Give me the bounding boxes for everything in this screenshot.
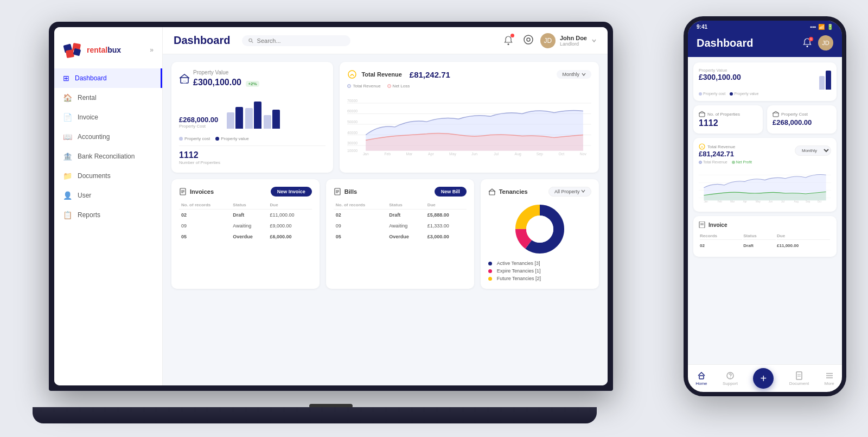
phone-nav-home[interactable]: Home [695, 371, 707, 386]
svg-text:Oct: Oct [818, 200, 822, 203]
property-value: £300,100.00 +2% [193, 78, 259, 87]
sidebar-item-rental[interactable]: 🏠 Rental [54, 88, 162, 107]
invoice-records-2: 09 [179, 220, 231, 231]
sidebar-item-label: Invoice [78, 113, 98, 121]
property-value-card: Property Value £300,100.00 +2% £268,000 [171, 62, 333, 173]
invoices-label: Invoices [190, 188, 214, 195]
svg-rect-50 [773, 113, 778, 117]
svg-point-71 [730, 377, 731, 378]
sidebar-item-invoice[interactable]: 📄 Invoice [54, 107, 162, 127]
search-input[interactable] [257, 37, 344, 44]
phone-more-icon [825, 371, 834, 380]
topbar-actions: JD John Doe Landlord [500, 33, 597, 49]
revenue-header: Total Revenue £81,242.71 Monthly [347, 69, 591, 79]
phone-nav-more-label: More [825, 381, 834, 386]
sidebar-item-reports[interactable]: 📋 Reports [54, 205, 162, 225]
donut-legends: Active Tenancies [3] Expire Tenancies [1… [488, 261, 591, 281]
sidebar-item-label: Accounting [78, 133, 110, 141]
bills-card: Bills New Bill No. of records Status Due [326, 179, 474, 289]
svg-text:May: May [756, 200, 761, 203]
bill-records-2: 09 [334, 220, 387, 231]
svg-text:40000: 40000 [347, 131, 358, 135]
phone-fab-button[interactable]: + [753, 368, 774, 389]
svg-text:60000: 60000 [347, 109, 358, 113]
all-property-filter[interactable]: All Property [548, 187, 591, 197]
invoice-col-due: Due [268, 201, 312, 210]
svg-text:Jul: Jul [494, 152, 499, 156]
future-tenancies-legend: Future Tenancies [2] [488, 276, 591, 281]
collapse-btn[interactable]: » [150, 46, 154, 54]
bills-title: Bills [334, 188, 357, 195]
phone-nav-document[interactable]: Document [789, 371, 809, 386]
sidebar-item-bank[interactable]: 🏦 Bank Reconciliation [54, 147, 162, 166]
svg-rect-69 [699, 376, 704, 379]
future-label: Future Tenancies [2] [497, 276, 541, 281]
settings-button[interactable] [523, 34, 534, 47]
phone-prop-cost-value: £268,000.00 [773, 118, 831, 126]
svg-text:Mar: Mar [406, 152, 413, 156]
tenancies-title: Tenancies [488, 188, 528, 195]
svg-point-4 [249, 39, 252, 41]
logo-text: rentalbux [87, 46, 121, 54]
new-bill-button[interactable]: New Bill [435, 187, 467, 197]
phone-revenue-card: Total Revenue £81,242.71 Monthly Total R… [693, 138, 837, 212]
table-row: 05 Overdue £6,000.00 [179, 231, 312, 242]
phone-bar-2 [826, 71, 831, 90]
invoices-title: Invoices [179, 188, 214, 195]
tenancies-icon [488, 188, 496, 195]
invoice-records-3: 05 [179, 231, 231, 242]
phone-notification-button[interactable]: 6 [801, 36, 814, 49]
phone-scroll-content[interactable]: Property Value £300,100.00 Property cost… [688, 57, 842, 364]
phone-invoice-icon [699, 221, 705, 228]
phone-invoice-col-records: Records [700, 232, 742, 240]
bottom-cards-row: Invoices New Invoice No. of records Stat… [171, 179, 599, 289]
svg-text:Aug: Aug [794, 200, 799, 203]
invoice-due-3: £6,000.00 [268, 231, 312, 242]
sidebar-item-documents[interactable]: 📁 Documents [54, 166, 162, 186]
phone-property-value: £300,100.00 [699, 73, 741, 81]
bill-due-1: £5,888.00 [425, 210, 467, 221]
bills-icon [334, 188, 341, 195]
svg-line-5 [252, 41, 253, 42]
svg-rect-72 [796, 372, 802, 379]
bill-records-3: 05 [334, 231, 387, 242]
phone-invoice-table: Records Status Due 02 Draft £11,000.00 [699, 231, 831, 251]
sidebar-item-user[interactable]: 👤 User [54, 186, 162, 205]
phone-stats-grid: No. of Properties 1112 Property Cost £26… [693, 105, 837, 134]
sidebar-item-accounting[interactable]: 📖 Accounting [54, 127, 162, 147]
monthly-filter-btn[interactable]: Monthly [557, 70, 591, 79]
sidebar-item-label: Dashboard [75, 74, 107, 82]
svg-point-48 [807, 46, 808, 47]
bill-col-records: No. of records [334, 201, 387, 210]
search-box[interactable] [242, 35, 350, 46]
phone-month-select[interactable]: Monthly [795, 145, 831, 156]
phone-property-card: Property Value £300,100.00 Property cost… [693, 62, 837, 101]
phone-nav-home-label: Home [695, 381, 707, 386]
phone-header: Dashboard 6 JD [688, 32, 842, 57]
sidebar-item-label: Bank Reconciliation [78, 153, 135, 160]
svg-text:50000: 50000 [347, 120, 358, 124]
bar-2a [245, 108, 253, 129]
phone-nav-more[interactable]: More [825, 371, 834, 386]
bill-records-1: 02 [334, 210, 387, 221]
property-value-title: Property Value [193, 69, 259, 75]
phone-status-icons: ▪▪▪ 📶 🔋 [810, 24, 833, 30]
invoice-records-1: 02 [179, 210, 231, 221]
table-row: 05 Overdue £3,000.00 [334, 231, 467, 242]
signal-icon: ▪▪▪ [810, 24, 816, 30]
svg-text:Jan: Jan [363, 152, 369, 156]
phone-nav-support[interactable]: Support [723, 371, 738, 386]
bar-1a [227, 112, 234, 129]
notification-button[interactable] [500, 33, 516, 49]
invoices-icon [179, 188, 187, 195]
phone-invoice-status-1: Draft [743, 241, 776, 250]
property-icon [179, 73, 190, 84]
phone-nav-support-label: Support [723, 381, 738, 386]
sidebar-item-dashboard[interactable]: ⊞ Dashboard [54, 68, 162, 88]
user-profile[interactable]: JD John Doe Landlord [540, 33, 597, 48]
invoices-table: No. of records Status Due 02 Draft [179, 201, 312, 242]
new-invoice-button[interactable]: New Invoice [271, 187, 312, 197]
svg-text:Feb: Feb [718, 200, 722, 203]
bar-3a [264, 115, 271, 129]
invoice-due-1: £11,000.00 [268, 210, 312, 221]
